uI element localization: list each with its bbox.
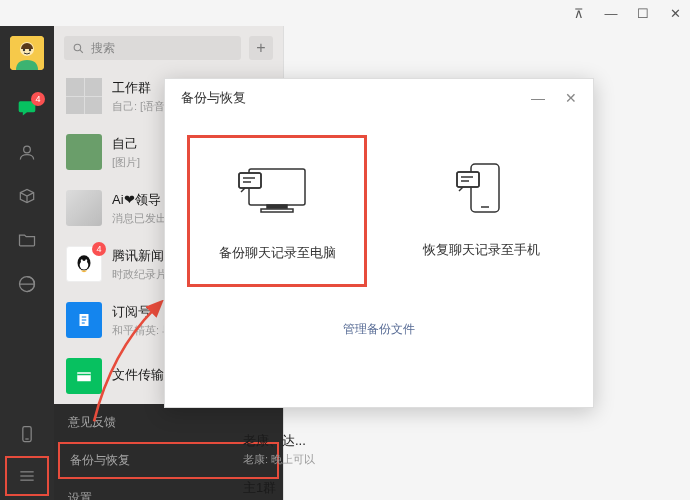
dialog-minimize-icon[interactable]: — (531, 90, 545, 106)
chat-avatar: 4 (66, 246, 102, 282)
folder-icon[interactable] (15, 228, 39, 252)
close-icon[interactable]: ✕ (668, 6, 682, 21)
svg-rect-24 (239, 173, 261, 188)
chat-icon[interactable]: 4 (15, 96, 39, 120)
chat-badge: 4 (31, 92, 45, 106)
chat-avatar (66, 78, 102, 114)
svg-rect-30 (457, 172, 479, 187)
pin-icon[interactable]: ⊼ (572, 6, 586, 21)
chat-avatar (66, 302, 102, 338)
favorites-icon[interactable] (15, 184, 39, 208)
svg-rect-22 (267, 205, 287, 208)
search-input[interactable]: 搜索 (64, 36, 241, 60)
moments-icon[interactable] (15, 272, 39, 296)
phone-icon[interactable] (15, 422, 39, 446)
chat-preview: 老康: 晚上可以 (243, 452, 353, 467)
restore-to-phone-option[interactable]: 恢复聊天记录至手机 (391, 135, 571, 287)
computer-icon (196, 156, 358, 226)
search-icon (72, 42, 85, 55)
user-avatar[interactable] (10, 36, 44, 70)
backup-option-label: 备份聊天记录至电脑 (196, 244, 358, 262)
menu-button-highlighted (5, 456, 49, 496)
svg-point-3 (29, 49, 31, 51)
backup-restore-dialog: 备份与恢复 — ✕ 备份聊天记录至电脑 恢复聊天记录至手机 管理备份文件 (164, 78, 594, 408)
svg-rect-28 (471, 164, 499, 212)
chat-name: 主1群 (243, 479, 353, 497)
svg-point-11 (74, 44, 81, 51)
chat-avatar (66, 190, 102, 226)
window-title-bar: ⊼ — ☐ ✕ (0, 0, 690, 26)
minimize-icon[interactable]: — (604, 6, 618, 21)
svg-line-12 (80, 50, 83, 53)
svg-point-16 (85, 259, 87, 262)
manage-backups-link[interactable]: 管理备份文件 (165, 321, 593, 338)
maximize-icon[interactable]: ☐ (636, 6, 650, 21)
add-button[interactable]: + (249, 36, 273, 60)
svg-point-15 (81, 259, 83, 262)
svg-rect-23 (261, 209, 293, 212)
svg-point-14 (80, 261, 89, 270)
news-badge: 4 (92, 242, 106, 256)
phone-restore-icon (397, 153, 565, 223)
menu-icon[interactable] (15, 464, 39, 488)
dialog-close-icon[interactable]: ✕ (565, 90, 577, 106)
chat-name: 老康、达... (243, 432, 353, 450)
backup-to-computer-option[interactable]: 备份聊天记录至电脑 (187, 135, 367, 287)
left-nav-bar: 4 (0, 26, 54, 500)
search-placeholder: 搜索 (91, 40, 115, 57)
contacts-icon[interactable] (15, 140, 39, 164)
chat-avatar (66, 134, 102, 170)
dialog-title: 备份与恢复 (181, 89, 246, 107)
chat-avatar (66, 358, 102, 394)
restore-option-label: 恢复聊天记录至手机 (397, 241, 565, 259)
svg-point-4 (24, 146, 31, 153)
svg-point-2 (23, 49, 25, 51)
